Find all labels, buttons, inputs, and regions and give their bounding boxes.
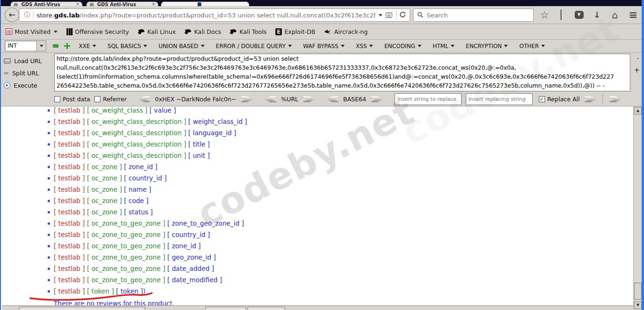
bookmark-star-icon[interactable]: ☆	[537, 10, 552, 21]
page-info-icon[interactable]: ⓘ	[24, 11, 30, 19]
back-button[interactable]: ←	[5, 8, 19, 22]
hackbar-actions: Load URL ✂ Split URL Execute	[4, 55, 53, 91]
url-bar[interactable]: ⓘ store.gds.lab/index.php?route=product/…	[19, 8, 410, 22]
url-encode-arrow-icon[interactable]	[303, 96, 315, 102]
column-name: [ date_added ]	[167, 265, 214, 272]
hackbar-collapse-icon[interactable]	[53, 44, 58, 48]
bookmark-label: Kali Linux	[148, 28, 176, 35]
url-dropdown-icon[interactable]	[379, 14, 382, 16]
tab-favicon-icon	[90, 3, 94, 6]
navigation-toolbar: ← ⓘ store.gds.lab/index.php?route=produc…	[1, 6, 644, 24]
menu-hamburger-icon[interactable]: ≡	[626, 10, 640, 21]
extra-run-arrow-icon[interactable]	[609, 96, 621, 102]
bookmarks-menu-icon[interactable]	[554, 10, 568, 21]
scroll-down-button[interactable]: ▼	[634, 302, 642, 309]
hackbar-menu-item[interactable]: ERROR / DOUBLE QUERY	[216, 43, 292, 49]
hex-encode-arrow-icon[interactable]	[240, 96, 253, 102]
load-url-button[interactable]: Load URL	[4, 55, 53, 67]
chevron-down-icon	[341, 45, 345, 47]
result-row: [ testlab ] [ oc_weight_class_descriptio…	[54, 139, 634, 150]
referrer-checkbox[interactable]: Referrer	[94, 96, 127, 103]
bookmark-kali-linux[interactable]: Kali Linux	[138, 28, 176, 35]
tab-close-icon[interactable]: ×	[152, 1, 156, 6]
column-name: [ country_id ]	[167, 231, 210, 238]
load-url-label: Load URL	[14, 57, 42, 65]
shrink-textarea-button[interactable]: -	[636, 55, 639, 62]
column-name: [ unit ]	[188, 152, 210, 159]
bookmark-kali-tools[interactable]: Kali Tools	[230, 28, 266, 35]
hackbar-add-icon[interactable]	[64, 43, 70, 49]
offensive-security-icon	[66, 28, 73, 35]
column-name: [ date_modified ]	[167, 276, 222, 284]
column-name: [ code ]	[124, 197, 149, 204]
tab-3-active[interactable]	[161, 1, 249, 6]
hackbar-menu-item[interactable]: WAF BYPASS	[303, 43, 345, 49]
bookmark-most-visited[interactable]: Most Visited	[6, 28, 58, 35]
execute-button[interactable]: Execute	[4, 79, 53, 91]
downloads-icon[interactable]: ↓	[590, 10, 604, 21]
scrollbar-thumb[interactable]	[634, 283, 642, 300]
base64-decode-arrow-icon[interactable]	[327, 96, 339, 102]
hackbar-menu-item[interactable]: XXE	[79, 43, 96, 49]
checkbox-icon[interactable]	[54, 96, 60, 102]
hex-decode-arrow-icon[interactable]	[139, 96, 151, 102]
url-decode-arrow-icon[interactable]	[264, 96, 277, 102]
combo-dropdown-button[interactable]	[36, 41, 46, 51]
checkbox-checked-icon[interactable]: ✓	[539, 96, 545, 102]
hackbar-menu-item[interactable]: UNION BASED	[158, 43, 204, 49]
grow-textarea-button[interactable]: +	[634, 66, 640, 74]
chevron-down-icon	[369, 45, 373, 47]
post-data-checkbox[interactable]: Post data	[54, 96, 90, 103]
bookmark-offensive-security[interactable]: Offensive Security	[66, 28, 129, 35]
reader-mode-icon[interactable]	[386, 12, 392, 18]
hex-label: 0xHEX ~DarkNode Falc0n~	[155, 96, 236, 103]
chevron-down-icon	[92, 45, 96, 47]
hackbar-menu-item[interactable]: SQL BASICS	[107, 43, 147, 49]
search-bar[interactable]	[413, 8, 534, 22]
tab-2[interactable]: GDS Anti-Virus ×	[86, 1, 158, 6]
bookmark-aircrack-ng[interactable]: Aircrack-ng	[324, 28, 368, 35]
hackbar-menu-item[interactable]: ENCODING	[384, 43, 421, 49]
replace-all-checkbox[interactable]: ✓ Replace All	[539, 96, 580, 103]
hackbar-menu-item[interactable]: ENCRYPTION	[466, 43, 508, 49]
clipboard-icon	[561, 9, 561, 20]
bookmark-label: Offensive Security	[75, 28, 129, 35]
base64-encode-arrow-icon[interactable]	[371, 96, 383, 102]
hackbar-menu-item[interactable]: OTHER	[519, 43, 545, 49]
pocket-icon[interactable]: ▼	[572, 10, 586, 21]
split-url-button[interactable]: ✂ Split URL	[4, 67, 53, 79]
result-row: [ testlab ] [ oc_zone_to_geo_zone ] [ da…	[54, 263, 634, 274]
column-name: [ token ])	[116, 287, 146, 295]
url-path: /index.php?route=product/product&product…	[80, 12, 375, 19]
hackbar-preset-select[interactable]: INT	[5, 41, 46, 51]
hackbar-menu-item[interactable]: XSS	[356, 43, 373, 49]
tab-1[interactable]: GDS Anti-Virus ×	[10, 1, 83, 6]
replace-run-arrow-icon[interactable]	[584, 96, 596, 102]
database-name: [ testlab ]	[54, 106, 85, 114]
page-content: [ testlab ] [ oc_weight_class ] [ value …	[2, 106, 634, 305]
menu-label: ERROR / DOUBLE QUERY	[216, 43, 286, 49]
search-input[interactable]	[427, 12, 516, 19]
bookmark-kali-docs[interactable]: Kali Docs	[185, 28, 221, 35]
payload-textarea[interactable]: http://store.gds.lab/index.php?route=pro…	[54, 54, 630, 91]
chevron-down-icon	[418, 45, 421, 47]
tab-close-icon[interactable]: ×	[76, 1, 80, 6]
table-name: [ oc_zone ]	[87, 197, 122, 204]
divider	[396, 10, 396, 20]
url-subdomain: store.	[37, 12, 54, 19]
find-string-input[interactable]	[395, 93, 462, 105]
vertical-scrollbar[interactable]: ▲ ▼	[633, 106, 642, 310]
hackbar-menus: XXE SQL BASICS UNION BASED ERROR / DOUBL…	[79, 43, 545, 49]
database-name: [ testlab ]	[54, 197, 85, 204]
browser-window: GDS Anti-Virus × GDS Anti-Virus × ← ⓘ st…	[0, 0, 644, 310]
bookmark-exploit-db[interactable]: Exploit-DB	[275, 28, 315, 35]
reload-icon[interactable]	[399, 11, 406, 19]
checkbox-icon[interactable]	[94, 96, 100, 102]
table-name: [ oc_zone ]	[87, 174, 122, 182]
column-name: [ zone_to_geo_zone_id ]	[167, 220, 244, 227]
hackbar-menu-item[interactable]: HTML	[433, 43, 454, 49]
replace-string-input[interactable]	[466, 93, 533, 105]
hamburger-icon: ≡	[629, 9, 637, 21]
scroll-up-button[interactable]: ▲	[634, 107, 642, 114]
home-icon[interactable]: ⌂	[608, 10, 622, 21]
